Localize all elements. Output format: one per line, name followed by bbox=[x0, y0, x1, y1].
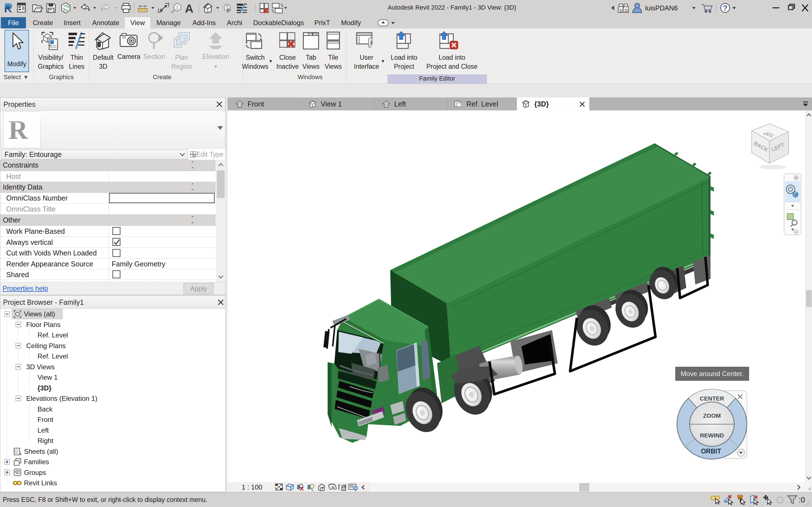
svg-text:CENTER: CENTER bbox=[700, 395, 724, 402]
svg-text:A: A bbox=[185, 2, 193, 15]
svg-text:luisPDAN6: luisPDAN6 bbox=[645, 4, 678, 12]
svg-text:ZOOM: ZOOM bbox=[703, 412, 721, 419]
svg-text:REWIND: REWIND bbox=[700, 432, 724, 439]
svg-text:ORBIT: ORBIT bbox=[701, 448, 721, 455]
svg-text:1: 1 bbox=[176, 5, 179, 10]
svg-text::0: :0 bbox=[799, 496, 805, 504]
svg-text:Move around Center.: Move around Center. bbox=[680, 370, 744, 378]
svg-text:?: ? bbox=[723, 4, 728, 12]
